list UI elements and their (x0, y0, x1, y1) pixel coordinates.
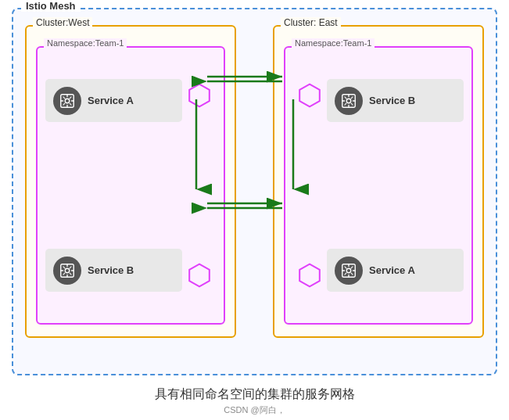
west-service-b-name: Service B (88, 264, 134, 276)
west-service-a-box: Service A (45, 79, 182, 122)
east-service-b-box: Service B (327, 79, 464, 122)
svg-marker-2 (189, 84, 210, 107)
svg-marker-6 (299, 84, 320, 107)
svg-point-4 (65, 268, 70, 273)
east-top-hex (297, 83, 322, 108)
cluster-east-label: Cluster: East (281, 17, 341, 28)
namespace-east-label: Namespace:Team-1 (292, 38, 375, 48)
west-top-hex (187, 83, 212, 108)
west-bottom-hex (187, 263, 212, 288)
east-service-a-icon (335, 257, 363, 285)
svg-marker-9 (299, 264, 320, 287)
east-service-b-icon (335, 87, 363, 115)
west-service-b-box: Service B (45, 249, 182, 292)
namespace-west-label: Namespace:Team-1 (44, 38, 127, 48)
east-service-a-box: Service A (327, 249, 464, 292)
cluster-east: Cluster: East Namespace:Team-1 (273, 25, 484, 338)
namespace-east: Namespace:Team-1 Service B (284, 46, 473, 325)
caption-source: CSDN @阿白， (155, 404, 355, 416)
istio-mesh-label: Istio Mesh (21, 0, 81, 12)
svg-point-1 (65, 99, 70, 103)
east-bottom-hex (297, 263, 322, 288)
west-service-a-name: Service A (88, 95, 134, 106)
svg-point-11 (346, 268, 351, 273)
west-service-b-icon (53, 257, 81, 285)
cluster-west-label: Cluster:West (33, 17, 92, 28)
istio-mesh-container: Istio Mesh Cluster:West Namespace:Team-1… (12, 8, 497, 375)
east-service-b-name: Service B (369, 95, 415, 106)
east-service-a-name: Service A (369, 264, 415, 276)
caption-text: 具有相同命名空间的集群的服务网格 (155, 386, 355, 403)
svg-point-8 (346, 99, 351, 103)
cluster-west: Cluster:West Namespace:Team-1 Service A (25, 25, 236, 338)
svg-marker-5 (189, 264, 210, 287)
caption-area: 具有相同命名空间的集群的服务网格 CSDN @阿白， (155, 380, 355, 416)
west-service-a-icon (53, 87, 81, 115)
namespace-west: Namespace:Team-1 Service A (36, 46, 225, 325)
